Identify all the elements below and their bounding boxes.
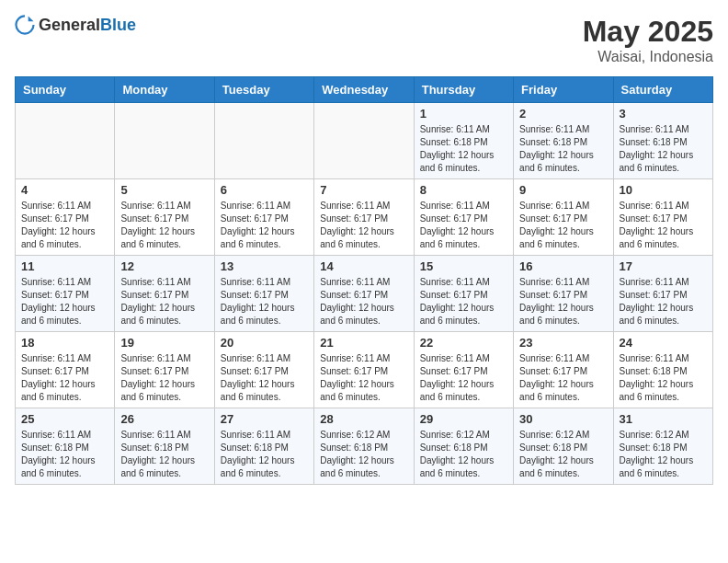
- day-info: Sunrise: 6:11 AM Sunset: 6:17 PM Dayligh…: [120, 352, 208, 404]
- calendar-cell: 17Sunrise: 6:11 AM Sunset: 6:17 PM Dayli…: [613, 256, 712, 332]
- calendar-cell: 4Sunrise: 6:11 AM Sunset: 6:17 PM Daylig…: [16, 179, 115, 256]
- day-number: 3: [620, 107, 707, 121]
- day-number: 16: [519, 259, 607, 273]
- day-info: Sunrise: 6:11 AM Sunset: 6:17 PM Dayligh…: [21, 200, 108, 251]
- day-info: Sunrise: 6:12 AM Sunset: 6:18 PM Dayligh…: [420, 429, 507, 480]
- day-info: Sunrise: 6:11 AM Sunset: 6:18 PM Dayligh…: [21, 429, 108, 480]
- weekday-header-thursday: Thursday: [414, 77, 513, 103]
- day-number: 2: [519, 107, 607, 121]
- calendar-cell: [314, 103, 414, 179]
- calendar-cell: 28Sunrise: 6:12 AM Sunset: 6:18 PM Dayli…: [314, 408, 414, 485]
- month-year-title: May 2025: [583, 15, 713, 49]
- day-number: 4: [21, 183, 108, 197]
- weekday-header-monday: Monday: [115, 77, 214, 103]
- day-number: 25: [21, 412, 108, 426]
- day-number: 6: [221, 183, 308, 197]
- day-number: 19: [120, 336, 208, 350]
- day-number: 7: [320, 183, 407, 197]
- calendar-cell: 3Sunrise: 6:11 AM Sunset: 6:18 PM Daylig…: [613, 103, 712, 179]
- day-info: Sunrise: 6:11 AM Sunset: 6:17 PM Dayligh…: [420, 276, 507, 327]
- day-number: 8: [420, 183, 507, 197]
- day-info: Sunrise: 6:11 AM Sunset: 6:17 PM Dayligh…: [120, 276, 208, 327]
- day-info: Sunrise: 6:11 AM Sunset: 6:17 PM Dayligh…: [519, 200, 607, 251]
- calendar-cell: 12Sunrise: 6:11 AM Sunset: 6:17 PM Dayli…: [115, 256, 214, 332]
- calendar-cell: 10Sunrise: 6:11 AM Sunset: 6:17 PM Dayli…: [613, 179, 712, 256]
- day-number: 10: [620, 183, 707, 197]
- day-info: Sunrise: 6:11 AM Sunset: 6:17 PM Dayligh…: [519, 276, 607, 327]
- calendar-cell: 27Sunrise: 6:11 AM Sunset: 6:18 PM Dayli…: [214, 408, 313, 485]
- calendar-cell: 2Sunrise: 6:11 AM Sunset: 6:18 PM Daylig…: [514, 103, 613, 179]
- calendar-cell: 30Sunrise: 6:12 AM Sunset: 6:18 PM Dayli…: [514, 408, 613, 485]
- calendar-cell: [115, 103, 214, 179]
- calendar-cell: [16, 103, 115, 179]
- calendar-cell: 13Sunrise: 6:11 AM Sunset: 6:17 PM Dayli…: [214, 256, 313, 332]
- day-info: Sunrise: 6:12 AM Sunset: 6:18 PM Dayligh…: [620, 429, 707, 480]
- day-info: Sunrise: 6:11 AM Sunset: 6:18 PM Dayligh…: [120, 429, 208, 480]
- calendar-cell: 5Sunrise: 6:11 AM Sunset: 6:17 PM Daylig…: [115, 179, 214, 256]
- day-info: Sunrise: 6:11 AM Sunset: 6:17 PM Dayligh…: [221, 200, 308, 251]
- calendar-header-row: SundayMondayTuesdayWednesdayThursdayFrid…: [16, 77, 713, 103]
- calendar-cell: 7Sunrise: 6:11 AM Sunset: 6:17 PM Daylig…: [314, 179, 414, 256]
- calendar-cell: 19Sunrise: 6:11 AM Sunset: 6:17 PM Dayli…: [115, 332, 214, 408]
- day-number: 17: [620, 259, 707, 273]
- day-number: 9: [519, 183, 607, 197]
- calendar-cell: 1Sunrise: 6:11 AM Sunset: 6:18 PM Daylig…: [414, 103, 513, 179]
- weekday-header-tuesday: Tuesday: [214, 77, 313, 103]
- day-number: 22: [420, 336, 507, 350]
- day-info: Sunrise: 6:11 AM Sunset: 6:17 PM Dayligh…: [221, 276, 308, 327]
- page-header: GeneralBlue May 2025 Waisai, Indonesia: [15, 15, 713, 65]
- day-info: Sunrise: 6:11 AM Sunset: 6:17 PM Dayligh…: [620, 200, 707, 251]
- day-number: 27: [221, 412, 308, 426]
- day-number: 15: [420, 259, 507, 273]
- calendar-cell: 31Sunrise: 6:12 AM Sunset: 6:18 PM Dayli…: [613, 408, 712, 485]
- weekday-header-saturday: Saturday: [613, 77, 712, 103]
- weekday-header-friday: Friday: [514, 77, 613, 103]
- day-number: 18: [21, 336, 108, 350]
- day-info: Sunrise: 6:11 AM Sunset: 6:17 PM Dayligh…: [519, 352, 607, 404]
- calendar-week-row: 1Sunrise: 6:11 AM Sunset: 6:18 PM Daylig…: [16, 103, 713, 179]
- calendar-week-row: 18Sunrise: 6:11 AM Sunset: 6:17 PM Dayli…: [16, 332, 713, 408]
- day-number: 29: [420, 412, 507, 426]
- calendar-week-row: 25Sunrise: 6:11 AM Sunset: 6:18 PM Dayli…: [16, 408, 713, 485]
- day-info: Sunrise: 6:11 AM Sunset: 6:17 PM Dayligh…: [221, 352, 308, 404]
- calendar-cell: 18Sunrise: 6:11 AM Sunset: 6:17 PM Dayli…: [16, 332, 115, 408]
- calendar-cell: 15Sunrise: 6:11 AM Sunset: 6:17 PM Dayli…: [414, 256, 513, 332]
- day-info: Sunrise: 6:11 AM Sunset: 6:17 PM Dayligh…: [320, 200, 407, 251]
- day-number: 12: [120, 259, 208, 273]
- general-blue-icon: [15, 15, 35, 35]
- day-number: 14: [320, 259, 407, 273]
- calendar-cell: [214, 103, 313, 179]
- day-number: 11: [21, 259, 108, 273]
- day-number: 30: [519, 412, 607, 426]
- day-info: Sunrise: 6:11 AM Sunset: 6:17 PM Dayligh…: [420, 200, 507, 251]
- logo: GeneralBlue: [15, 15, 136, 35]
- location-subtitle: Waisai, Indonesia: [583, 49, 713, 65]
- day-info: Sunrise: 6:12 AM Sunset: 6:18 PM Dayligh…: [519, 429, 607, 480]
- day-number: 5: [120, 183, 208, 197]
- calendar-cell: 6Sunrise: 6:11 AM Sunset: 6:17 PM Daylig…: [214, 179, 313, 256]
- day-number: 24: [620, 336, 707, 350]
- day-info: Sunrise: 6:11 AM Sunset: 6:17 PM Dayligh…: [21, 352, 108, 404]
- day-info: Sunrise: 6:11 AM Sunset: 6:18 PM Dayligh…: [620, 123, 707, 175]
- calendar-cell: 26Sunrise: 6:11 AM Sunset: 6:18 PM Dayli…: [115, 408, 214, 485]
- day-number: 28: [320, 412, 407, 426]
- calendar-cell: 9Sunrise: 6:11 AM Sunset: 6:17 PM Daylig…: [514, 179, 613, 256]
- day-info: Sunrise: 6:11 AM Sunset: 6:17 PM Dayligh…: [320, 276, 407, 327]
- weekday-header-sunday: Sunday: [16, 77, 115, 103]
- calendar-cell: 22Sunrise: 6:11 AM Sunset: 6:17 PM Dayli…: [414, 332, 513, 408]
- day-number: 31: [620, 412, 707, 426]
- title-area: May 2025 Waisai, Indonesia: [583, 15, 713, 65]
- day-number: 13: [221, 259, 308, 273]
- logo-text-blue: Blue: [100, 16, 136, 34]
- calendar-week-row: 4Sunrise: 6:11 AM Sunset: 6:17 PM Daylig…: [16, 179, 713, 256]
- logo-text-general: General: [39, 16, 100, 34]
- calendar-cell: 29Sunrise: 6:12 AM Sunset: 6:18 PM Dayli…: [414, 408, 513, 485]
- weekday-header-wednesday: Wednesday: [314, 77, 414, 103]
- day-info: Sunrise: 6:11 AM Sunset: 6:18 PM Dayligh…: [221, 429, 308, 480]
- calendar-cell: 14Sunrise: 6:11 AM Sunset: 6:17 PM Dayli…: [314, 256, 414, 332]
- day-info: Sunrise: 6:11 AM Sunset: 6:18 PM Dayligh…: [519, 123, 607, 175]
- calendar-cell: 23Sunrise: 6:11 AM Sunset: 6:17 PM Dayli…: [514, 332, 613, 408]
- day-info: Sunrise: 6:11 AM Sunset: 6:17 PM Dayligh…: [21, 276, 108, 327]
- calendar-cell: 16Sunrise: 6:11 AM Sunset: 6:17 PM Dayli…: [514, 256, 613, 332]
- calendar-cell: 21Sunrise: 6:11 AM Sunset: 6:17 PM Dayli…: [314, 332, 414, 408]
